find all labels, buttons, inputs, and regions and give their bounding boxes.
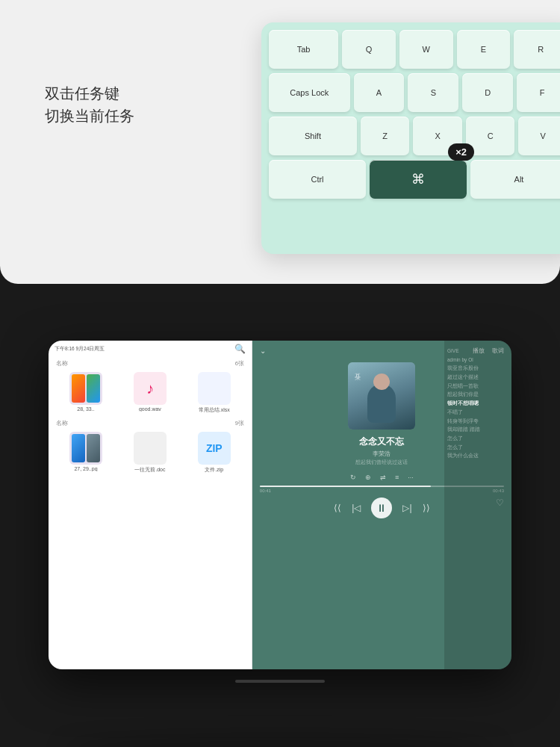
keyboard-container: Tab Q W E R Caps Lock A S D F Shift xyxy=(261,22,560,254)
shuffle-icon[interactable]: ⇌ xyxy=(380,474,386,481)
lyrics-panel: GIVE admin by Ol 翡亚音乐股份 超过这个描述 只想唱一首歌 想起… xyxy=(444,341,511,669)
lyrics-line-4: 超过这个描述 xyxy=(447,373,508,382)
file-icon-img2 xyxy=(69,432,102,465)
top-section: 双击任务键 切换当前任务 Tab Q W E R Caps Lock A xyxy=(0,0,560,284)
doc-lines xyxy=(211,378,217,400)
file-item-1[interactable]: 28, 33.. xyxy=(56,372,116,414)
zip-label: ZIP xyxy=(206,442,223,454)
key-tab[interactable]: Tab xyxy=(269,30,338,69)
double-click-badge: ×2 xyxy=(448,143,474,161)
file-grid-2: 27, 29..pg 一往无前.doc xyxy=(49,429,252,477)
text-line2: 切换当前任务 xyxy=(45,105,134,127)
text-block: 双击任务键 切换当前任务 xyxy=(45,82,134,127)
key-z[interactable]: Z xyxy=(361,117,410,155)
progress-bar-fill xyxy=(260,486,431,487)
file-item-5[interactable]: 一往无前.doc xyxy=(120,432,180,474)
key-v[interactable]: V xyxy=(518,117,560,155)
pause-icon: ⏸ xyxy=(376,502,387,514)
key-row-4: Ctrl ⌘ ×2 Alt xyxy=(269,160,560,199)
file-grid-1: 28, 33.. ♪ good.wav xyxy=(49,369,252,418)
file-name-4: 27, 29..pg xyxy=(74,466,97,471)
text-line1: 双击任务键 xyxy=(45,82,134,105)
file-item-3[interactable]: 常用总结.xlsx xyxy=(184,372,244,414)
pause-button[interactable]: ⏸ xyxy=(371,498,392,518)
lyrics-line-2: admin by Ol xyxy=(447,356,508,365)
file-name-1: 28, 33.. xyxy=(77,406,94,412)
file-name-6: 文件.zip xyxy=(205,466,223,474)
key-q[interactable]: Q xyxy=(342,30,396,69)
lyrics-line-5: 只想唱一首歌 xyxy=(447,382,508,391)
key-r[interactable]: R xyxy=(514,30,560,69)
file-name-2: good.wav xyxy=(139,406,161,412)
music-header-left: ⌄ xyxy=(260,347,266,355)
music-note-icon: ♪ xyxy=(146,380,154,397)
lyrics-line-6: 想起我们你是 xyxy=(447,390,508,399)
key-cmd[interactable]: ⌘ ×2 xyxy=(370,160,467,199)
file-icon-wav: ♪ xyxy=(134,372,167,405)
split-right-panel: ⌄ 播放 歌词 耳朵 xyxy=(252,341,511,669)
status-bar: 下午8:16 9月24日周五 🔍 xyxy=(49,341,252,357)
key-w[interactable]: W xyxy=(399,30,453,69)
prev-track-icon[interactable]: ⟨⟨ xyxy=(334,503,341,513)
split-left-panel: 下午8:16 9月24日周五 🔍 名称 6张 xyxy=(49,341,252,669)
key-e[interactable]: E xyxy=(457,30,511,69)
more-icon[interactable]: ··· xyxy=(408,474,414,481)
key-ctrl[interactable]: Ctrl xyxy=(269,160,366,199)
page-wrapper: 双击任务键 切换当前任务 Tab Q W E R Caps Lock A xyxy=(0,0,560,747)
tablet-device: 下午8:16 9月24日周五 🔍 名称 6张 xyxy=(49,341,511,669)
file-section-label-2: 名称 9张 xyxy=(49,418,252,429)
album-title-overlay: 耳朵 xyxy=(352,368,361,371)
file-icon-doc xyxy=(134,432,167,465)
cmd-symbol: ⌘ xyxy=(411,171,425,187)
chevron-down-icon[interactable]: ⌄ xyxy=(260,347,266,355)
key-f[interactable]: F xyxy=(517,73,560,112)
file-icon-xlsx xyxy=(198,372,231,405)
key-alt[interactable]: Alt xyxy=(470,160,560,199)
lyrics-line-3: 翡亚音乐股份 xyxy=(447,364,508,373)
home-bar xyxy=(235,680,325,683)
bluetooth-icon[interactable]: ⊕ xyxy=(365,474,371,481)
file-icon-img1 xyxy=(69,372,102,405)
skip-back-icon[interactable]: |◁ xyxy=(352,503,361,513)
file-item-6[interactable]: ZIP 文件.zip xyxy=(184,432,244,474)
lyrics-line-12: 怎么了 xyxy=(447,443,508,452)
lyrics-line-8: 不唱了 xyxy=(447,408,508,417)
skip-forward-icon[interactable]: ▷| xyxy=(402,503,411,513)
lyrics-line-10: 我却踏踏 踏踏 xyxy=(447,425,508,434)
bottom-section: 下午8:16 9月24日周五 🔍 名称 6张 xyxy=(0,284,560,747)
album-art: 耳朵 xyxy=(348,362,415,430)
lyrics-line-9: 转身等到浮夸 xyxy=(447,417,508,426)
key-a[interactable]: A xyxy=(354,73,405,112)
key-row-3: Shift Z X C V xyxy=(269,117,560,155)
file-name-3: 常用总结.xlsx xyxy=(199,406,230,414)
file-item-4[interactable]: 27, 29..pg xyxy=(56,432,116,474)
lyrics-line-1: GIVE xyxy=(447,347,508,356)
status-time: 下午8:16 9月24日周五 xyxy=(55,346,105,353)
repeat-icon[interactable]: ↻ xyxy=(350,474,356,481)
playlist-icon[interactable]: ≡ xyxy=(395,474,399,481)
file-item-2[interactable]: ♪ good.wav xyxy=(120,372,180,414)
key-shift[interactable]: Shift xyxy=(269,117,357,155)
lyrics-line-13: 我为什么会这 xyxy=(447,451,508,460)
key-capslock[interactable]: Caps Lock xyxy=(269,73,350,112)
current-time: 00:41 xyxy=(260,489,271,493)
lyrics-line-11: 怎么了 xyxy=(447,434,508,443)
search-icon[interactable]: 🔍 xyxy=(234,344,246,354)
key-row-1: Tab Q W E R xyxy=(269,30,560,69)
file-icon-zip: ZIP xyxy=(198,432,231,465)
tablet-shadow xyxy=(63,740,497,747)
keyboard: Tab Q W E R Caps Lock A S D F Shift xyxy=(261,22,560,254)
file-name-5: 一往无前.doc xyxy=(134,466,165,474)
key-d[interactable]: D xyxy=(462,73,513,112)
file-section-label-1: 名称 6张 xyxy=(49,357,252,369)
key-row-2: Caps Lock A S D F xyxy=(269,73,560,112)
next-track-icon[interactable]: ⟩⟩ xyxy=(423,503,430,513)
key-s[interactable]: S xyxy=(408,73,458,112)
lyrics-line-7-active: 顿时不想唱嗯 xyxy=(447,399,508,408)
